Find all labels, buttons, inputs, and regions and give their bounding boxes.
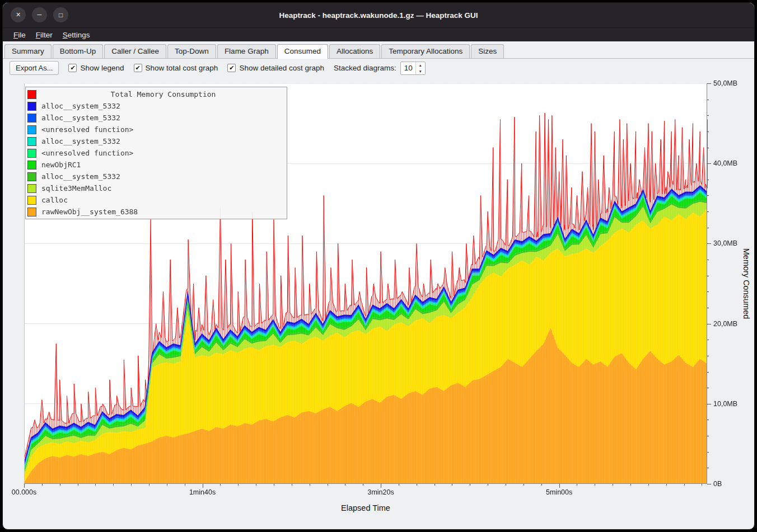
legend-swatch (27, 208, 36, 216)
menu-bar: FileFilterSettings (3, 27, 754, 41)
legend-swatch (27, 114, 36, 123)
stacked-diagrams-label: Stacked diagrams: (334, 64, 396, 72)
legend-label: calloc (41, 196, 68, 204)
x-tick-label: 3min20s (367, 488, 394, 496)
maximize-button[interactable] (53, 7, 68, 22)
legend-title-row: Total Memory Consumption (27, 88, 285, 100)
legend-swatch (27, 184, 36, 193)
legend-item: alloc__system_5332 (27, 112, 285, 124)
window-title: Heaptrack - heaptrack.wakunode.1.gz — He… (279, 11, 478, 20)
title-bar: Heaptrack - heaptrack.wakunode.1.gz — He… (3, 3, 754, 27)
heaptrack-window: Heaptrack - heaptrack.wakunode.1.gz — He… (2, 2, 755, 530)
legend-item: alloc__system_5332 (27, 135, 285, 147)
menu-file[interactable]: File (8, 29, 31, 41)
toolbar: Export As... Show legendShow total cost … (3, 59, 754, 77)
checkbox-show-legend[interactable]: Show legend (68, 64, 124, 72)
tab-summary[interactable]: Summary (4, 44, 52, 58)
tab-flame-graph[interactable]: Flame Graph (217, 44, 276, 58)
checkbox-label: Show legend (80, 64, 124, 72)
legend-label: sqlite3MemMalloc (41, 184, 111, 192)
checkbox-icon[interactable] (134, 64, 142, 72)
menu-settings[interactable]: Settings (58, 29, 95, 41)
spin-up-icon[interactable] (416, 62, 425, 68)
legend-swatch (27, 90, 36, 99)
legend-label: <unresolved function> (41, 125, 133, 134)
legend-swatch (27, 161, 36, 170)
spin-down-icon[interactable] (416, 68, 425, 74)
legend-title: Total Memory Consumption (41, 90, 285, 98)
legend-item: <unresolved function> (27, 124, 285, 135)
checkbox-icon[interactable] (68, 64, 77, 72)
checkbox-icon[interactable] (227, 64, 236, 72)
checkbox-group: Show legendShow total cost graphShow det… (68, 64, 324, 72)
y-tick-label: 20,0MB (713, 320, 737, 328)
y-tick-label: 10,0MB (713, 400, 737, 408)
minimize-button[interactable] (32, 7, 47, 22)
legend-swatch (27, 196, 36, 205)
tab-caller-callee[interactable]: Caller / Callee (104, 44, 166, 58)
checkbox-show-total-cost-graph[interactable]: Show total cost graph (134, 64, 218, 72)
x-tick-label: 1min40s (189, 488, 216, 496)
tab-temporary-allocations[interactable]: Temporary Allocations (381, 44, 470, 58)
x-tick-label: 00.000s (12, 488, 36, 496)
chart-area: Total Memory Consumptionalloc__system_53… (3, 77, 754, 529)
checkbox-label: Show detailed cost graph (239, 64, 324, 72)
legend-swatch (27, 172, 36, 181)
tab-sizes[interactable]: Sizes (471, 44, 504, 58)
stacked-diagrams-spinbox[interactable]: 10 (400, 62, 426, 75)
legend-item: alloc__system_5332 (27, 100, 285, 112)
legend-item: sqlite3MemMalloc (27, 182, 285, 194)
legend-item: <unresolved function> (27, 147, 285, 159)
legend-swatch (27, 102, 36, 111)
legend-label: alloc__system_5332 (41, 102, 120, 110)
y-tick-label: 50,0MB (713, 79, 737, 87)
legend-label: <unresolved function> (41, 149, 133, 157)
legend-swatch (27, 137, 36, 146)
legend-item: calloc (27, 194, 285, 206)
menu-filter[interactable]: Filter (31, 29, 58, 41)
y-tick-label: 30,0MB (713, 239, 737, 247)
legend-label: rawNewObj__system_6388 (41, 208, 138, 216)
tab-allocations[interactable]: Allocations (329, 44, 380, 58)
legend-swatch (27, 149, 36, 158)
y-tick-label: 0B (713, 480, 722, 488)
y-axis-title: Memory Consumed (742, 248, 751, 319)
close-button[interactable] (11, 7, 26, 22)
legend-swatch (27, 125, 36, 134)
legend-item: alloc__system_5332 (27, 171, 285, 182)
legend-item: rawNewObj__system_6388 (27, 206, 285, 218)
checkbox-show-detailed-cost-graph[interactable]: Show detailed cost graph (227, 64, 324, 72)
plot-wrap: Total Memory Consumptionalloc__system_53… (24, 83, 707, 484)
tab-top-down[interactable]: Top-Down (167, 44, 216, 58)
x-axis-title: Elapsed Time (24, 503, 707, 512)
legend-label: alloc__system_5332 (41, 137, 120, 145)
x-tick-label: 5min00s (546, 488, 572, 496)
legend-label: newObjRC1 (41, 161, 81, 169)
tab-bottom-up[interactable]: Bottom-Up (53, 44, 104, 58)
tab-consumed[interactable]: Consumed (277, 44, 328, 59)
y-tick-label: 40,0MB (713, 159, 737, 167)
legend-item: newObjRC1 (27, 159, 285, 171)
tab-bar: SummaryBottom-UpCaller / CalleeTop-DownF… (3, 41, 754, 59)
legend-label: alloc__system_5332 (41, 114, 120, 122)
export-as-button[interactable]: Export As... (10, 61, 59, 75)
chart-legend: Total Memory Consumptionalloc__system_53… (25, 87, 287, 219)
checkbox-label: Show total cost graph (146, 64, 218, 72)
legend-label: alloc__system_5332 (41, 172, 120, 181)
stacked-diagrams-value: 10 (401, 62, 415, 74)
